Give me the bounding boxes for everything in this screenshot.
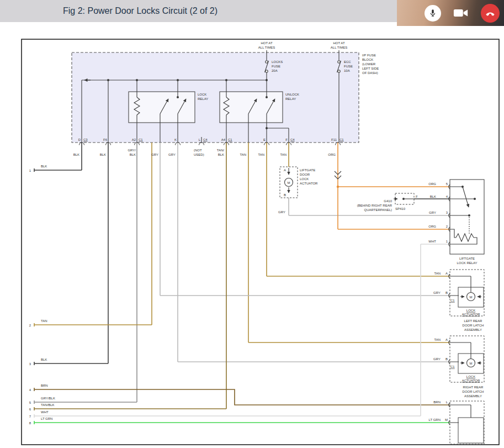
component-label: LOCK bbox=[300, 177, 309, 181]
component-label: LOCK bbox=[466, 375, 475, 378]
wire-number: 5 bbox=[29, 401, 31, 404]
wire-color-label: LT GRN bbox=[41, 417, 52, 420]
wire-color-label: GRY/ bbox=[128, 149, 136, 152]
wires-wht bbox=[34, 244, 450, 418]
pin-label: A bbox=[284, 168, 286, 172]
wire-number: 8 bbox=[29, 421, 31, 425]
conn-label: C4 bbox=[203, 138, 208, 141]
ground-label: G410 bbox=[384, 199, 392, 203]
fuse-label: FUSE bbox=[344, 65, 353, 68]
component-label: DOOR LATCH bbox=[463, 390, 484, 393]
conn-label: C1 bbox=[450, 299, 455, 302]
wires-org bbox=[337, 143, 450, 229]
liftgate-latch-box bbox=[450, 401, 484, 444]
component-label: BLOCK bbox=[362, 58, 373, 61]
wire-color-label: TAN bbox=[434, 272, 441, 275]
component-label: ACTUATOR bbox=[462, 379, 480, 382]
component-label: UNLOCK bbox=[285, 93, 299, 96]
fuse-label: LOCKS bbox=[272, 60, 283, 64]
wire-color-label: TAN bbox=[280, 153, 287, 156]
component-label: I/P FUSE bbox=[362, 54, 376, 57]
conn-label: C1 bbox=[139, 138, 143, 141]
conn-label: C4 bbox=[290, 138, 295, 141]
wire-color-label: BLK bbox=[430, 195, 436, 198]
camera-button[interactable] bbox=[453, 5, 469, 22]
pin-label: 5 bbox=[446, 182, 448, 186]
wires-lt-grn bbox=[34, 421, 450, 424]
component-label: LOCK bbox=[198, 93, 206, 96]
component-label: RELAY bbox=[198, 97, 208, 101]
video-call-bar bbox=[397, 0, 504, 26]
wire-color-label: (NOT bbox=[194, 149, 202, 152]
component-label: (LOWER bbox=[362, 62, 376, 66]
wires-tan-blk bbox=[34, 143, 226, 410]
wire-color-label: LT GRN bbox=[429, 418, 441, 421]
conn-pin-label: A2 bbox=[132, 138, 136, 141]
wire-color-label: TAN bbox=[240, 153, 246, 156]
hot-label: HOT AT bbox=[333, 41, 344, 45]
conn-label: C1 bbox=[450, 365, 455, 368]
component-label: LEFT SIDE bbox=[362, 67, 379, 70]
wires-gry-blk bbox=[34, 143, 137, 404]
pin-label: 2 bbox=[446, 225, 448, 228]
wire-color-label: ORG bbox=[428, 182, 436, 186]
component-label: ACTUATOR bbox=[300, 182, 318, 185]
wire-color-label: ORG bbox=[328, 153, 336, 156]
ground-splice-box bbox=[394, 193, 414, 204]
wire-color-label: BLK bbox=[100, 153, 106, 156]
wire-number: 6 bbox=[29, 408, 31, 411]
wire-color-label: GRY/BLK bbox=[41, 397, 55, 400]
conn-pin-label: K bbox=[174, 138, 177, 141]
component-label: LOCK RELAY bbox=[457, 261, 477, 265]
figure-title: Fig 2: Power Door Locks Circuit (2 of 2) bbox=[63, 0, 217, 22]
pin-label: 1 bbox=[446, 240, 448, 243]
wires-tan bbox=[34, 143, 450, 342]
liftgate-lock-relay-box bbox=[450, 180, 484, 254]
ip-fuse-block-box bbox=[72, 52, 359, 143]
wire-color-label: WHT bbox=[428, 240, 436, 243]
hot-label: ALL TIMES bbox=[258, 46, 275, 49]
wires-blk bbox=[34, 143, 450, 365]
wire-color-label: TAN/ bbox=[217, 149, 225, 152]
lock-relay-box bbox=[129, 92, 195, 123]
wire-color-label: ORG bbox=[428, 225, 436, 228]
wire-color-label: USED) bbox=[194, 153, 204, 156]
wire-color-label: BLK bbox=[130, 153, 136, 156]
wire-color-label: BLK bbox=[218, 153, 224, 156]
wire-number: 3 bbox=[29, 362, 31, 366]
hot-label: ALL TIMES bbox=[331, 46, 347, 49]
motor-letter: M bbox=[470, 362, 473, 365]
wire-color-label: GRY bbox=[433, 357, 441, 361]
conn-pin-label: E bbox=[263, 138, 266, 141]
wire-number: 2 bbox=[29, 324, 31, 327]
conn-label: C1 bbox=[339, 138, 344, 141]
unlock-relay-box bbox=[220, 92, 283, 123]
pin-label: 4 bbox=[446, 195, 448, 198]
wire-color-label: GRY bbox=[151, 153, 158, 156]
wire-number: 7 bbox=[29, 415, 31, 418]
video-camera-icon bbox=[453, 7, 469, 19]
wire-number: 4 bbox=[29, 388, 31, 392]
pin-label: M bbox=[445, 418, 448, 421]
conn-pin-label: F11 bbox=[331, 138, 337, 141]
component-label: OF DASH) bbox=[362, 71, 378, 75]
wire-color-label: GRY bbox=[429, 211, 436, 214]
fuse-label: ECC bbox=[344, 60, 351, 64]
conn-pin-label: F bbox=[285, 138, 288, 141]
pin-label: A bbox=[445, 338, 448, 341]
conn-pin-label: A4 bbox=[221, 138, 226, 141]
motor-letter: M bbox=[288, 181, 290, 185]
wire-color-label: GRY bbox=[278, 210, 285, 214]
fuse-label: 20A bbox=[272, 69, 278, 72]
end-call-button[interactable] bbox=[481, 4, 500, 23]
wire-color-label: TAN/BLK bbox=[41, 403, 55, 407]
wire-color-label: BLK bbox=[73, 153, 79, 156]
component-label: ASSEMBLY bbox=[464, 394, 482, 398]
ground-location-label: (BEHIND RIGHT REAR bbox=[357, 204, 392, 207]
component-label: ASSEMBLY bbox=[464, 328, 482, 331]
mute-microphone-button[interactable] bbox=[425, 5, 441, 22]
wire-color-label: BLK bbox=[41, 358, 47, 361]
wire-color-label: WHT bbox=[41, 410, 49, 414]
pin-label: L bbox=[446, 400, 448, 404]
conn-pin-label: D bbox=[78, 138, 81, 141]
